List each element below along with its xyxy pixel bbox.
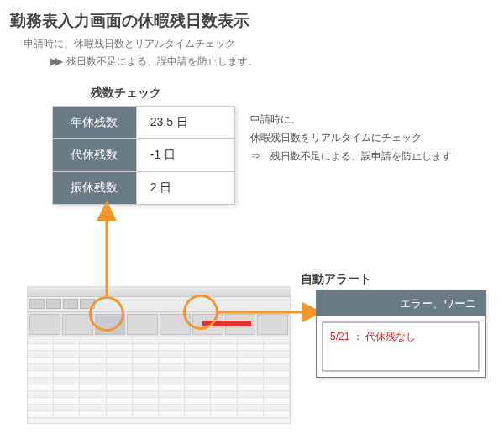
page-subtitle-2: ▶▶ 残日数不足による、誤申請を防止します。: [0, 53, 504, 77]
ss-toolbar-button: [46, 299, 61, 309]
balance-label: 年休残数: [53, 107, 137, 139]
ss-summary-cell: [257, 314, 288, 335]
callout-circle-icon: [183, 295, 218, 330]
ss-toolbar-button: [29, 299, 45, 309]
ss-summary-cell: [127, 314, 158, 335]
ss-toolbar: [28, 297, 290, 312]
balance-value: 23.5 日: [136, 107, 234, 139]
desc-line: ⇒ 残日数不足による、誤申請を防止します: [250, 148, 452, 166]
balance-table: 年休残数 23.5 日 代休残数 -1 日 振休残数 2 日: [52, 106, 235, 205]
table-row: 振休残数 2 日: [53, 172, 235, 205]
alert-body: 5/21 ： 代休残なし: [322, 321, 480, 372]
table-row: 代休残数 -1 日: [53, 139, 235, 172]
balance-value: 2 日: [136, 172, 234, 205]
table-row: 年休残数 23.5 日: [53, 107, 235, 139]
ss-toolbar-button: [63, 299, 78, 309]
desc-line: 申請時に、: [250, 111, 452, 129]
balance-label: 代休残数: [53, 139, 137, 172]
ss-summary-cell: [29, 314, 60, 335]
alert-section-label: 自動アラート: [301, 272, 371, 287]
page-title: 勤務表入力画面の休暇残日数表示: [0, 0, 504, 35]
ss-grid: [28, 337, 290, 418]
balance-value: -1 日: [136, 139, 234, 172]
page-subtitle-2-text: 残日数不足による、誤申請を防止します。: [66, 55, 258, 67]
alert-header: エラー、ワーニ: [317, 291, 485, 316]
balance-label: 振休残数: [53, 172, 137, 205]
ss-titlebar: [28, 287, 290, 297]
alert-message: 5/21 ： 代休残なし: [330, 331, 416, 342]
desc-line: 休暇残日数をリアルタイムにチェック: [250, 129, 452, 148]
alert-panel: エラー、ワーニ 5/21 ： 代休残なし: [316, 290, 486, 378]
remain-section-label: 残数チェック: [91, 86, 161, 101]
arrow-icon: ▶▶: [50, 55, 60, 67]
callout-circle-icon: [89, 296, 124, 332]
timesheet-screenshot: [27, 286, 291, 424]
page-subtitle-1: 申請時に、休暇残日数とリアルタイムチェック: [0, 35, 504, 53]
description-block: 申請時に、 休暇残日数をリアルタイムにチェック ⇒ 残日数不足による、誤申請を防…: [250, 111, 452, 166]
ss-summary-cell: [62, 314, 93, 335]
